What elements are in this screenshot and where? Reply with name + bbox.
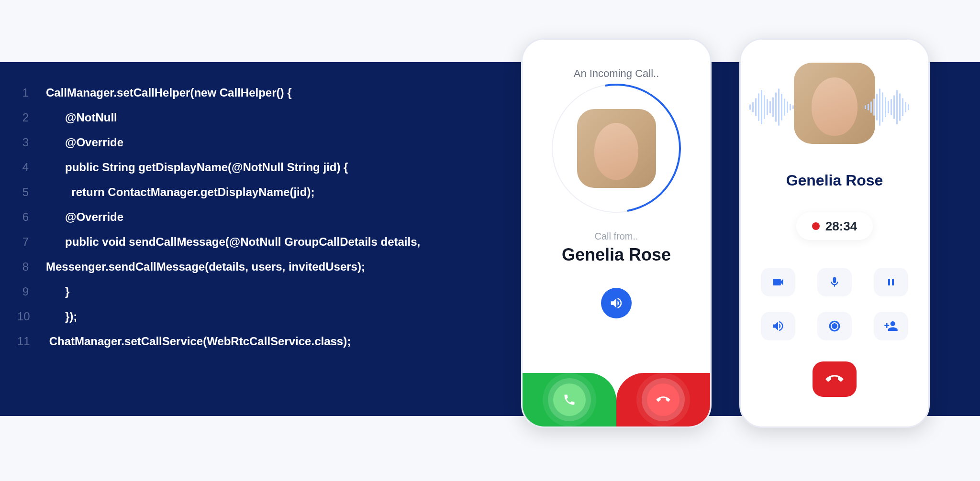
- line-number: 11: [17, 335, 46, 348]
- waveform-right: [865, 86, 920, 129]
- line-number: 8: [17, 260, 46, 273]
- code-text: @NotNull: [46, 111, 117, 124]
- speaker-button[interactable]: [601, 288, 632, 318]
- code-text: return ContactManager.getDisplayName(jid…: [46, 186, 314, 199]
- code-text: public String getDisplayName(@NotNull St…: [46, 161, 348, 174]
- incoming-call-screen: An Incoming Call.. Call from.. Genelia R…: [521, 38, 712, 428]
- code-text: @Override: [46, 210, 123, 224]
- microphone-button[interactable]: [817, 268, 852, 296]
- code-text: public void sendCallMessage(@NotNull Gro…: [46, 235, 420, 249]
- call-actions: [523, 373, 710, 426]
- decline-call-button[interactable]: [616, 373, 710, 426]
- speaker-icon: [771, 319, 785, 333]
- line-number: 1: [17, 86, 46, 99]
- call-controls-grid: [741, 268, 928, 340]
- line-number: 6: [17, 210, 46, 224]
- record-dot-icon: [812, 222, 820, 230]
- waveform-area: [741, 63, 928, 158]
- end-call-button[interactable]: [813, 361, 857, 397]
- add-participant-button[interactable]: [874, 312, 908, 340]
- video-button[interactable]: [761, 268, 795, 296]
- incoming-call-label: An Incoming Call..: [523, 40, 710, 80]
- call-timer-badge: 28:34: [796, 212, 873, 240]
- code-text: CallManager.setCallHelper(new CallHelper…: [46, 86, 292, 99]
- caller-name: Genelia Rose: [741, 172, 928, 189]
- code-text: Messenger.sendCallMessage(details, users…: [46, 260, 365, 273]
- microphone-icon: [828, 276, 841, 288]
- line-number: 4: [17, 161, 46, 174]
- line-number: 2: [17, 111, 46, 124]
- pause-icon: [885, 276, 897, 288]
- speaker-icon: [609, 296, 624, 310]
- call-from-label: Call from..: [523, 231, 710, 242]
- line-number: 3: [17, 136, 46, 149]
- code-text: });: [46, 310, 77, 323]
- code-text: }: [46, 285, 69, 298]
- code-text: @Override: [46, 136, 123, 149]
- line-number: 7: [17, 235, 46, 249]
- caller-avatar: [577, 109, 656, 188]
- caller-avatar: [794, 63, 875, 144]
- accept-call-button[interactable]: [523, 373, 616, 426]
- svg-point-1: [833, 324, 837, 328]
- record-icon: [828, 320, 841, 332]
- call-speaker-button[interactable]: [761, 312, 795, 340]
- active-call-screen: Genelia Rose 28:34: [739, 38, 930, 428]
- code-text: ChatManager.setCallService(WebRtcCallSer…: [46, 335, 351, 348]
- phone-decline-icon: [654, 390, 673, 409]
- line-number: 5: [17, 186, 46, 199]
- line-number: 10: [17, 310, 46, 323]
- caller-name: Genelia Rose: [523, 245, 710, 265]
- phone-accept-icon: [563, 393, 576, 406]
- record-button[interactable]: [817, 312, 852, 340]
- video-icon: [771, 275, 785, 289]
- call-timer: 28:34: [825, 219, 858, 234]
- pause-button[interactable]: [874, 268, 908, 296]
- line-number: 9: [17, 285, 46, 298]
- avatar-ring: [552, 84, 681, 213]
- phone-end-icon: [823, 367, 847, 392]
- add-user-icon: [884, 319, 898, 333]
